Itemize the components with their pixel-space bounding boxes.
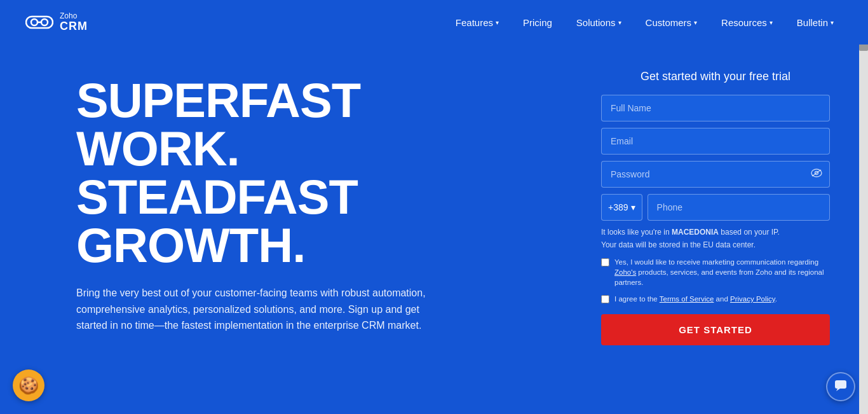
marketing-checkbox[interactable] [601,258,609,266]
terms-label: I agree to the Terms of Service and Priv… [614,294,777,304]
get-started-button[interactable]: GET STARTED [601,314,830,345]
svg-point-2 [41,19,48,25]
terms-of-service-link[interactable]: Terms of Service [660,295,714,303]
eye-icon[interactable] [811,169,822,180]
nav-item-pricing[interactable]: Pricing [514,12,561,33]
phone-code-selector[interactable]: +389 ▾ [601,194,642,221]
signup-form: Get started with your free trial +389 ▾ … [601,64,830,345]
fullname-input[interactable] [601,95,830,121]
scrollbar[interactable] [859,0,868,414]
chevron-down-icon: ▾ [631,202,635,212]
chevron-down-icon: ▾ [831,19,834,26]
chevron-down-icon: ▾ [770,19,773,26]
chevron-down-icon: ▾ [618,19,621,26]
ip-notice: It looks like you're in MACEDONIA based … [601,227,830,238]
nav-item-features[interactable]: Features ▾ [447,12,508,33]
password-wrap [601,161,830,188]
marketing-checkbox-row: Yes, I would like to receive marketing c… [601,257,830,287]
svg-rect-7 [835,380,846,389]
chat-icon [834,380,847,394]
ip-sub: Your data will be stored in the EU data … [601,240,830,249]
phone-row: +389 ▾ [601,194,830,221]
logo[interactable]: Zoho CRM [25,12,88,33]
nav-item-solutions[interactable]: Solutions ▾ [567,12,630,33]
form-title: Get started with your free trial [601,70,830,83]
svg-line-6 [812,170,821,176]
navbar: Zoho CRM Features ▾ Pricing Solutions ▾ … [0,0,868,45]
chevron-down-icon: ▾ [694,19,697,26]
cookie-button[interactable]: 🍪 [13,369,44,401]
privacy-policy-link[interactable]: Privacy Policy [730,295,775,303]
terms-checkbox[interactable] [601,295,609,303]
hero-left: SUPERFAST WORK. STEADFAST GROWTH. Bring … [76,64,576,334]
chevron-down-icon: ▾ [496,19,499,26]
hero-subtext: Bring the very best out of your customer… [76,285,438,334]
email-input[interactable] [601,128,830,155]
logo-text: Zoho CRM [60,12,88,33]
password-input[interactable] [601,161,830,188]
hero-section: SUPERFAST WORK. STEADFAST GROWTH. Bring … [0,45,868,414]
nav-item-bulletin[interactable]: Bulletin ▾ [788,12,843,33]
phone-input[interactable] [648,194,830,221]
svg-marker-8 [836,389,840,391]
marketing-label: Yes, I would like to receive marketing c… [614,257,830,287]
nav-links: Features ▾ Pricing Solutions ▾ Customers… [447,12,843,33]
cookie-icon: 🍪 [18,376,39,396]
zoho-logo-icon [25,13,53,31]
chat-button[interactable] [826,372,855,401]
terms-checkbox-row: I agree to the Terms of Service and Priv… [601,294,830,304]
svg-point-1 [31,19,37,25]
hero-headline: SUPERFAST WORK. STEADFAST GROWTH. [76,76,576,270]
nav-item-resources[interactable]: Resources ▾ [712,12,782,33]
zoho-link[interactable]: Zoho's [614,268,636,276]
nav-item-customers[interactable]: Customers ▾ [637,12,707,33]
